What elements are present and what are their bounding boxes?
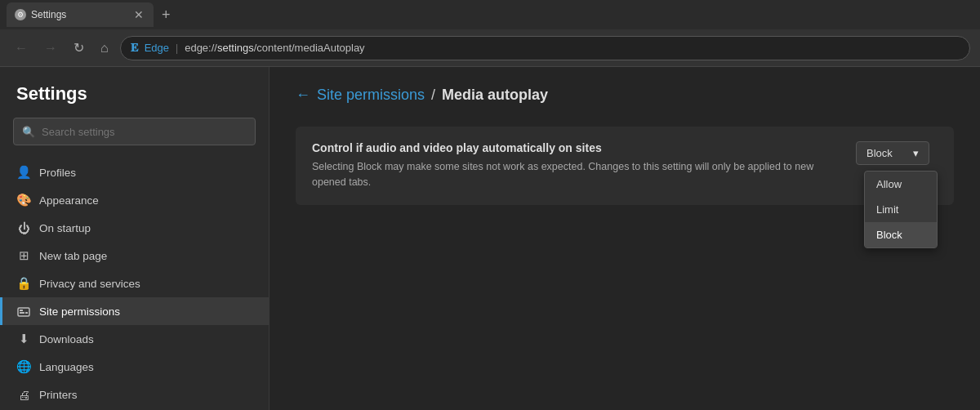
address-bold: settings bbox=[217, 42, 254, 54]
sidebar-item-label: Profiles bbox=[39, 167, 76, 179]
languages-icon: 🌐 bbox=[16, 359, 31, 374]
search-input[interactable] bbox=[42, 126, 247, 138]
sidebar: Settings 🔍 👤 Profiles 🎨 Appearance ⏻ On … bbox=[0, 67, 270, 410]
setting-title: Control if audio and video play automati… bbox=[312, 141, 840, 154]
main-layout: Settings 🔍 👤 Profiles 🎨 Appearance ⏻ On … bbox=[0, 67, 980, 410]
sidebar-item-profiles[interactable]: 👤 Profiles bbox=[0, 158, 269, 186]
breadcrumb: ← Site permissions / Media autoplay bbox=[296, 87, 954, 104]
sidebar-item-label: On startup bbox=[39, 222, 91, 234]
tab-title: Settings bbox=[31, 9, 127, 20]
settings-tab[interactable]: ⚙ Settings ✕ bbox=[7, 2, 154, 27]
breadcrumb-parent-link[interactable]: Site permissions bbox=[317, 87, 425, 104]
content-area: ← Site permissions / Media autoplay Cont… bbox=[270, 67, 980, 410]
media-autoplay-card: Control if audio and video play automati… bbox=[296, 127, 954, 205]
sidebar-item-languages[interactable]: 🌐 Languages bbox=[0, 353, 269, 381]
setting-info: Control if audio and video play automati… bbox=[312, 141, 840, 190]
search-icon: 🔍 bbox=[22, 126, 35, 138]
breadcrumb-current: Media autoplay bbox=[442, 87, 548, 104]
printers-icon: 🖨 bbox=[16, 387, 31, 402]
title-bar: ⚙ Settings ✕ + bbox=[0, 0, 980, 29]
refresh-button[interactable]: ↻ bbox=[69, 37, 89, 59]
chevron-down-icon: ▾ bbox=[913, 147, 919, 159]
dropdown-option-block[interactable]: Block bbox=[865, 222, 937, 247]
address-text: edge://settings/content/mediaAutoplay bbox=[185, 42, 364, 54]
edge-logo: 𝐄 bbox=[131, 41, 138, 55]
back-button[interactable]: ← bbox=[10, 38, 33, 59]
appearance-icon: 🎨 bbox=[16, 193, 31, 207]
edge-label: Edge bbox=[145, 42, 169, 54]
sidebar-item-privacy[interactable]: 🔒 Privacy and services bbox=[0, 270, 269, 297]
svg-rect-1 bbox=[20, 310, 23, 311]
profiles-icon: 👤 bbox=[16, 165, 31, 180]
svg-rect-3 bbox=[25, 312, 28, 314]
sidebar-item-label: Printers bbox=[39, 389, 78, 401]
breadcrumb-separator: / bbox=[431, 87, 435, 104]
sidebar-item-label: Languages bbox=[39, 361, 94, 373]
dropdown-selected-label: Block bbox=[866, 147, 893, 159]
svg-rect-2 bbox=[20, 312, 24, 314]
dropdown-option-limit[interactable]: Limit bbox=[865, 197, 937, 222]
sidebar-item-label: Appearance bbox=[39, 194, 99, 207]
address-bar[interactable]: 𝐄 Edge | edge://settings/content/mediaAu… bbox=[120, 36, 970, 60]
sidebar-item-appearance[interactable]: 🎨 Appearance bbox=[0, 186, 269, 214]
sidebar-item-label: Downloads bbox=[39, 333, 94, 345]
sidebar-item-printers[interactable]: 🖨 Printers bbox=[0, 381, 269, 408]
sidebar-item-label: Privacy and services bbox=[39, 278, 140, 290]
breadcrumb-back-button[interactable]: ← bbox=[296, 87, 310, 104]
new-tab-button[interactable]: + bbox=[157, 7, 176, 24]
sidebar-item-downloads[interactable]: ⬇ Downloads bbox=[0, 325, 269, 353]
privacy-icon: 🔒 bbox=[16, 276, 31, 291]
sidebar-item-on-startup[interactable]: ⏻ On startup bbox=[0, 214, 269, 242]
sidebar-item-site-permissions[interactable]: Site permissions bbox=[0, 297, 269, 325]
dropdown-option-allow[interactable]: Allow bbox=[865, 172, 937, 197]
tab-icon: ⚙ bbox=[15, 9, 26, 20]
site-permissions-icon bbox=[16, 304, 31, 319]
address-divider: | bbox=[176, 42, 178, 54]
setting-description: Selecting Block may make some sites not … bbox=[312, 159, 840, 190]
forward-button[interactable]: → bbox=[39, 38, 62, 59]
sidebar-item-new-tab[interactable]: ⊞ New tab page bbox=[0, 242, 269, 270]
nav-bar: ← → ↻ ⌂ 𝐄 Edge | edge://settings/content… bbox=[0, 29, 980, 67]
startup-icon: ⏻ bbox=[16, 221, 31, 235]
autoplay-dropdown-container[interactable]: Block ▾ Allow Limit Block bbox=[856, 141, 938, 165]
sidebar-title: Settings bbox=[0, 83, 269, 118]
tab-close-button[interactable]: ✕ bbox=[132, 7, 145, 23]
dropdown-menu: Allow Limit Block bbox=[864, 171, 938, 248]
search-box[interactable]: 🔍 bbox=[13, 118, 256, 145]
sidebar-item-label: Site permissions bbox=[39, 305, 120, 318]
downloads-icon: ⬇ bbox=[16, 332, 31, 346]
autoplay-dropdown-button[interactable]: Block ▾ bbox=[856, 141, 929, 165]
home-button[interactable]: ⌂ bbox=[96, 38, 114, 59]
sidebar-item-label: New tab page bbox=[39, 250, 107, 262]
new-tab-icon: ⊞ bbox=[16, 248, 31, 263]
